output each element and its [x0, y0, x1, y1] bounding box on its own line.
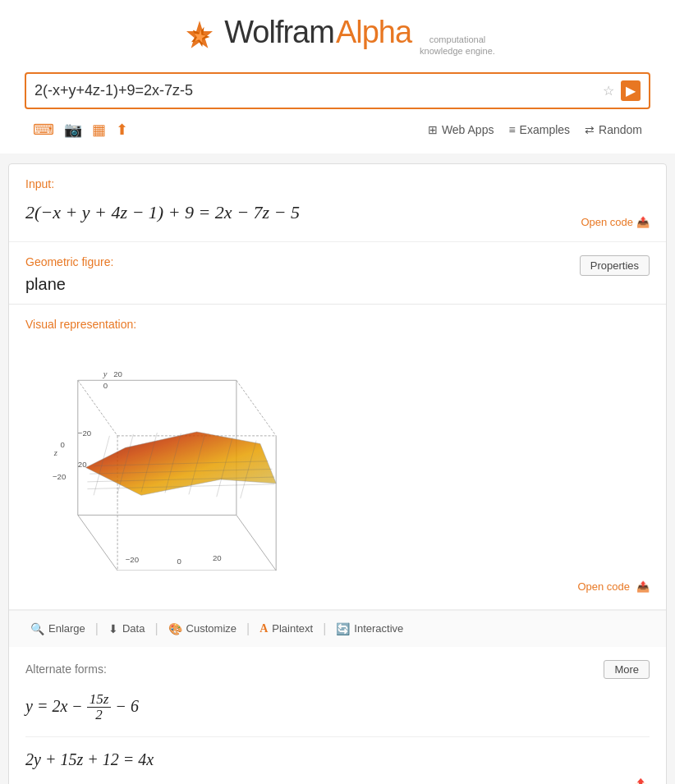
menu-icon: ≡ [508, 123, 515, 136]
data-icon: ⬇ [108, 622, 118, 635]
input-math: 2(−x + y + 4z − 1) + 9 = 2x − 7z − 5 [25, 197, 300, 228]
open-code-icon-2: 📤 [636, 580, 650, 593]
alt-form-1: y = 2x − 15z 2 − 6 [25, 687, 650, 728]
geo-header: Geometric figure: plane Properties [9, 242, 666, 304]
compute-button[interactable]: ▶ [621, 80, 641, 101]
geo-label: Geometric figure: [25, 255, 113, 268]
logo: Wolfram Alpha computational knowledge en… [16, 15, 659, 61]
web-apps-link[interactable]: ⊞ Web Apps [428, 123, 494, 136]
svg-text:−20: −20 [126, 555, 139, 564]
visual-label: Visual representation: [25, 318, 650, 331]
geo-value: plane [25, 275, 113, 294]
customize-action[interactable]: 🎨 Customize [160, 619, 245, 639]
alt-forms-header: Alternate forms: More [25, 660, 650, 679]
svg-text:0: 0 [103, 381, 108, 390]
search-icons: ☆ ▶ [601, 80, 641, 101]
interactive-action[interactable]: 🔄 Interactive [328, 619, 411, 639]
alt-form-2: 2y + 15z + 12 = 4x [25, 745, 650, 774]
properties-button[interactable]: Properties [580, 255, 650, 276]
enlarge-icon: 🔍 [30, 622, 44, 635]
svg-text:−20: −20 [78, 428, 91, 437]
examples-link[interactable]: ≡ Examples [508, 123, 570, 136]
random-link[interactable]: ⇄ Random [585, 123, 642, 136]
search-bar: ☆ ▶ [25, 72, 650, 109]
header: Wolfram Alpha computational knowledge en… [0, 0, 675, 154]
random-icon: ⇄ [585, 123, 595, 136]
svg-text:20: 20 [113, 369, 122, 378]
separator-4: | [321, 621, 328, 636]
geo-left: Geometric figure: plane [25, 255, 113, 294]
svg-text:z: z [53, 448, 57, 457]
svg-text:0: 0 [61, 440, 65, 449]
logo-subtitle-2: knowledge engine. [420, 45, 495, 57]
enlarge-action[interactable]: 🔍 Enlarge [22, 619, 94, 639]
grid-icon: ⊞ [428, 123, 438, 136]
share-icon-row: 📤 [25, 774, 650, 784]
favorite-button[interactable]: ☆ [601, 81, 616, 100]
svg-text:20: 20 [213, 553, 222, 562]
plaintext-action[interactable]: A Plaintext [251, 619, 321, 639]
visual-content: Visual representation: [9, 305, 666, 610]
separator-2: | [153, 621, 159, 636]
svg-line-5 [236, 380, 276, 436]
visual-section: Visual representation: [9, 304, 666, 647]
table-icon[interactable]: ▦ [92, 121, 106, 139]
input-label: Input: [25, 177, 650, 190]
alt-forms-label: Alternate forms: [25, 663, 107, 676]
separator-3: | [245, 621, 251, 636]
3d-graph: y 20 0 −20 20 z 0 −20 −20 0 20 x [25, 341, 305, 571]
toolbar: ⌨ 📷 ▦ ⬆ ⊞ Web Apps ≡ Examples ⇄ Random [16, 117, 659, 145]
data-action[interactable]: ⬇ Data [100, 619, 153, 639]
logo-text-container: Wolfram Alpha computational knowledge en… [224, 15, 495, 61]
action-bar: 🔍 Enlarge | ⬇ Data | 🎨 Customize | A Pla… [9, 610, 666, 647]
logo-name-alpha: Alpha [336, 15, 411, 50]
open-code-link-input[interactable]: Open code 📤 [581, 216, 650, 228]
logo-name-wolfram: Wolfram [224, 15, 334, 50]
visual-footer: Open code 📤 [25, 574, 650, 596]
svg-text:x: x [147, 566, 152, 570]
more-button[interactable]: More [604, 660, 650, 679]
customize-icon: 🎨 [168, 622, 182, 635]
geometric-section: Geometric figure: plane Properties [9, 242, 666, 304]
svg-line-12 [78, 380, 117, 436]
camera-icon[interactable]: 📷 [64, 121, 82, 139]
separator-1: | [94, 621, 100, 636]
alternate-forms-section: Alternate forms: More y = 2x − 15z 2 − 6… [9, 647, 666, 784]
main-content: Input: 2(−x + y + 4z − 1) + 9 = 2x − 7z … [8, 163, 667, 784]
wolfram-star-icon [180, 18, 219, 57]
upload-icon[interactable]: ⬆ [116, 121, 128, 139]
share-icon[interactable]: 📤 [631, 777, 650, 784]
svg-line-6 [78, 515, 117, 571]
plaintext-icon: A [259, 622, 268, 635]
search-input[interactable] [34, 82, 601, 99]
input-section: Input: 2(−x + y + 4z − 1) + 9 = 2x − 7z … [9, 164, 666, 242]
svg-line-7 [236, 515, 276, 571]
svg-text:−20: −20 [53, 472, 66, 481]
svg-text:0: 0 [177, 557, 181, 566]
keyboard-icon[interactable]: ⌨ [33, 121, 54, 139]
svg-text:y: y [103, 369, 108, 378]
open-code-link-visual[interactable]: Open code 📤 [577, 580, 650, 593]
svg-text:20: 20 [78, 460, 87, 469]
logo-subtitle-1: computational [420, 34, 495, 45]
result-card: Input: 2(−x + y + 4z − 1) + 9 = 2x − 7z … [8, 163, 667, 784]
toolbar-left-icons: ⌨ 📷 ▦ ⬆ [33, 121, 128, 139]
interactive-icon: 🔄 [336, 622, 350, 635]
toolbar-right-links: ⊞ Web Apps ≡ Examples ⇄ Random [428, 123, 642, 136]
open-code-icon: 📤 [636, 216, 650, 228]
